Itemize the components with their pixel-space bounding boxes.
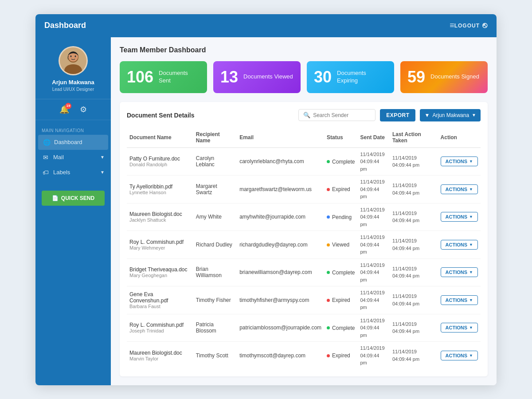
cell-sent-5: 11/14/201904:09:44 pm: [357, 286, 389, 314]
stat-card-viewed: 13 Documents Viewed: [213, 61, 301, 93]
cell-email-7: timothymscott@dayrep.com: [237, 342, 324, 369]
cell-last-action-2: 11/14/201904:09:44 pm: [390, 203, 438, 231]
cell-email-4: brianewilliamson@dayrep.com: [237, 258, 324, 286]
mail-label: Mail: [53, 154, 64, 160]
table-row: Maureen Biologist.doc Marvin Taylor Timo…: [127, 342, 481, 369]
user-name: Arjun Makwana: [52, 79, 94, 86]
table-row: Maureen Biologist.doc Jacklyn Shattuck A…: [127, 203, 481, 231]
labels-arrow-icon: ▼: [100, 170, 105, 175]
cell-recipient-4: Brian Williamson: [193, 258, 237, 286]
stat-label-signed: Documents Signed: [430, 73, 479, 81]
cell-sent-1: 11/14/201904:09:44 pm: [357, 176, 389, 203]
status-dot-0: [327, 160, 330, 163]
stat-card-signed: 59 Documents Signed: [400, 61, 488, 93]
col-doc-name: Document Name: [127, 128, 193, 148]
status-dot-2: [327, 215, 330, 219]
actions-button-7[interactable]: ACTIONS ▼: [441, 351, 478, 360]
table-row: Roy L. Commishun.pdf Mary Wehmeyer Richa…: [127, 231, 481, 259]
cell-action-7: ACTIONS ▼: [438, 342, 481, 369]
search-box[interactable]: 🔍: [298, 109, 376, 121]
quick-send-button[interactable]: 📄 QUICK SEND: [42, 191, 105, 206]
search-input[interactable]: [313, 112, 371, 118]
nav-section-label: Main Navigation: [35, 125, 111, 135]
actions-button-5[interactable]: ACTIONS ▼: [441, 295, 478, 305]
logout-button[interactable]: LOGOUT ⎋: [454, 21, 488, 30]
cell-email-6: patriciamblossom@jourrapide.com: [237, 314, 324, 342]
actions-button-0[interactable]: ACTIONS ▼: [441, 156, 478, 166]
stat-number-expiring: 30: [314, 69, 332, 85]
cell-sent-3: 11/14/201904:09:44 pm: [357, 231, 389, 259]
sidebar: Arjun Makwana Lead UI/UX Designer 🔔 19 ⚙…: [35, 37, 111, 385]
user-profile-area: Arjun Makwana Lead UI/UX Designer: [35, 37, 111, 99]
cell-doc-name-3: Roy L. Commishun.pdf Mary Wehmeyer: [127, 231, 193, 259]
cell-email-2: amyhwhite@jourrapide.com: [237, 203, 324, 231]
cell-doc-name-5: Gene Eva Convenshun.pdf Barbara Faust: [127, 286, 193, 314]
search-icon: 🔍: [303, 112, 310, 118]
avatar: [59, 46, 88, 75]
cell-sent-7: 11/14/201904:09:44 pm: [357, 342, 389, 369]
actions-button-6[interactable]: ACTIONS ▼: [441, 323, 478, 332]
sidebar-item-dashboard[interactable]: 🌐 Dashboard: [38, 135, 108, 150]
export-button[interactable]: EXPORT: [380, 109, 415, 121]
sidebar-icons-row: 🔔 19 ⚙: [35, 99, 111, 120]
actions-button-4[interactable]: ACTIONS ▼: [441, 267, 478, 277]
status-label-3: Viewed: [332, 242, 349, 248]
status-label-1: Expired: [332, 186, 350, 192]
cell-last-action-4: 11/14/201904:09:44 pm: [390, 258, 438, 286]
cell-last-action-5: 11/14/201904:09:44 pm: [390, 286, 438, 314]
cell-sent-6: 11/14/201904:09:44 pm: [357, 314, 389, 342]
documents-table: Document Name Recipient Name Email Statu…: [127, 128, 481, 369]
cell-status-0: Complete: [324, 148, 357, 176]
cell-email-0: carolynrleblanc@rhyta.com: [237, 148, 324, 176]
actions-button-1[interactable]: ACTIONS ▼: [441, 184, 478, 194]
cell-last-action-1: 11/14/201904:09:44 pm: [390, 176, 438, 203]
cell-doc-name-1: Ty Ayelloribbin.pdf Lynnette Hanson: [127, 176, 193, 203]
cell-doc-name-4: Bridget Theriveaqua.doc Mary Geoghegan: [127, 258, 193, 286]
status-label-4: Complete: [332, 270, 355, 276]
status-label-5: Expired: [332, 297, 350, 303]
filter-button[interactable]: ▼ Arjun Makwana ▼: [420, 109, 481, 121]
stat-label-sent: Documents Sent: [159, 70, 200, 85]
top-navigation: Dashboard ≡ LOGOUT ⎋: [35, 14, 497, 37]
cell-status-7: Expired: [324, 342, 357, 369]
col-sent-date: Sent Date: [357, 128, 389, 148]
table-title: Document Sent Details: [127, 112, 294, 119]
actions-button-2[interactable]: ACTIONS ▼: [441, 212, 478, 222]
cell-recipient-3: Richard Dudley: [193, 231, 237, 259]
notification-badge: 19: [65, 103, 71, 109]
stat-cards: 106 Documents Sent 13 Documents Viewed 3…: [120, 61, 488, 93]
col-status: Status: [324, 128, 357, 148]
filter-arrow-icon: ▼: [472, 113, 476, 117]
stat-number-signed: 59: [407, 69, 425, 85]
page-title: Team Member Dashboard: [120, 46, 488, 54]
status-dot-1: [327, 188, 330, 191]
logout-label: LOGOUT: [454, 23, 480, 29]
labels-icon: 🏷: [42, 169, 50, 176]
status-dot-3: [327, 243, 330, 246]
hamburger-icon[interactable]: ≡: [450, 21, 454, 30]
cell-last-action-7: 11/14/201904:09:44 pm: [390, 342, 438, 369]
table-header: Document Sent Details 🔍 EXPORT ▼ Arjun M…: [127, 109, 481, 121]
sidebar-item-mail[interactable]: ✉ Mail ▼: [35, 150, 111, 165]
cell-action-5: ACTIONS ▼: [438, 286, 481, 314]
cell-last-action-6: 11/14/201904:09:44 pm: [390, 314, 438, 342]
actions-button-3[interactable]: ACTIONS ▼: [441, 240, 478, 250]
labels-label: Labels: [53, 169, 70, 176]
cell-sent-4: 11/14/201904:09:44 pm: [357, 258, 389, 286]
main-content: Team Member Dashboard 106 Documents Sent…: [111, 37, 497, 385]
cell-recipient-2: Amy White: [193, 203, 237, 231]
table-section: Document Sent Details 🔍 EXPORT ▼ Arjun M…: [120, 102, 488, 376]
quick-send-label: QUICK SEND: [61, 195, 94, 201]
app-title: Dashboard: [44, 21, 443, 30]
notification-button[interactable]: 🔔 19: [59, 105, 69, 114]
settings-button[interactable]: ⚙: [80, 105, 87, 114]
cell-status-6: Complete: [324, 314, 357, 342]
status-dot-4: [327, 271, 330, 274]
col-email: Email: [237, 128, 324, 148]
cell-action-0: ACTIONS ▼: [438, 148, 481, 176]
cell-action-4: ACTIONS ▼: [438, 258, 481, 286]
status-label-7: Expired: [332, 352, 350, 359]
sidebar-item-labels[interactable]: 🏷 Labels ▼: [35, 165, 111, 180]
stat-number-viewed: 13: [220, 69, 238, 85]
stat-label-expiring: Documents Expiring: [337, 70, 387, 85]
